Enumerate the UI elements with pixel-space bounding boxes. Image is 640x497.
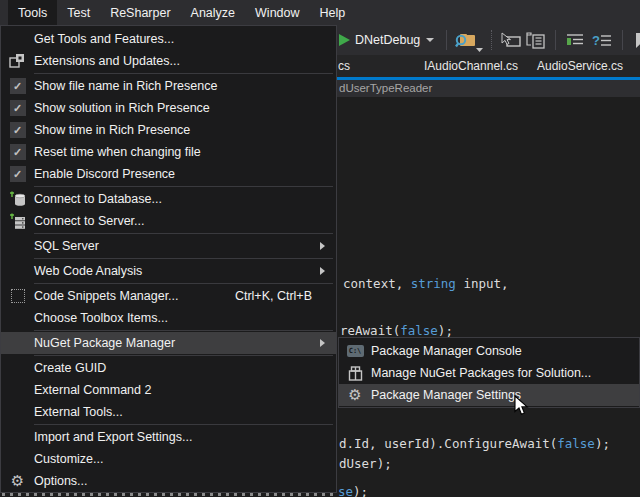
indent-lines-icon[interactable]: [562, 28, 588, 52]
submenu-arrow-icon: [320, 267, 325, 275]
toolbar-separator: [491, 30, 493, 50]
menu-item-show-time-rich-presence[interactable]: ✓ Show time in Rich Presence: [1, 119, 336, 141]
menu-item-enable-discord-presence[interactable]: ✓ Enable Discord Presence: [1, 163, 336, 185]
menubar-item-window[interactable]: Window: [245, 0, 309, 25]
toolbar-separator: [555, 30, 556, 50]
menu-item-connect-to-database[interactable]: Connect to Database...: [1, 188, 336, 210]
extensions-icon: [1, 53, 34, 69]
menu-item-import-export-settings[interactable]: Import and Export Settings...: [1, 426, 336, 448]
menu-item-show-file-name-rich-presence[interactable]: ✓ Show file name in Rich Presence: [1, 75, 336, 97]
menubar-item-tools[interactable]: Tools: [8, 0, 57, 25]
menu-item-web-code-analysis[interactable]: Web Code Analysis: [1, 260, 336, 282]
menu-item-manage-nuget-packages-for-solution[interactable]: Manage NuGet Packages for Solution...: [339, 362, 639, 384]
check-icon: ✓: [10, 100, 26, 116]
check-icon: ✓: [10, 144, 26, 160]
menu-item-sql-server[interactable]: SQL Server: [1, 235, 336, 257]
menu-item-external-command-2[interactable]: External Command 2: [1, 379, 336, 401]
menubar-item-help[interactable]: Help: [310, 0, 356, 25]
menu-item-nuget-package-manager[interactable]: NuGet Package Manager: [1, 332, 336, 354]
menu-item-package-manager-console[interactable]: C:\ Package Manager Console: [339, 340, 639, 362]
console-icon: C:\: [339, 345, 371, 357]
tab-partial[interactable]: cs: [338, 59, 350, 73]
toolbar-separator: [446, 30, 447, 50]
submenu-arrow-icon: [320, 339, 325, 347]
code-line: reAwait(false);: [340, 324, 453, 338]
gear-icon: ⚙: [348, 387, 361, 403]
code-line: context, string input,: [343, 277, 509, 291]
clipped-code-line-tops: [2, 493, 336, 496]
svg-text:?: ?: [592, 33, 600, 48]
run-config-dropdown-icon[interactable]: [426, 38, 434, 42]
code-line: se);: [338, 485, 368, 497]
nuget-package-manager-submenu: C:\ Package Manager Console Manage NuGet…: [338, 337, 640, 408]
menu-item-connect-to-server[interactable]: Connect to Server...: [1, 210, 336, 232]
main-menubar: Tools Test ReSharper Analyze Window Help: [0, 0, 640, 25]
menubar-item-analyze[interactable]: Analyze: [181, 0, 245, 25]
menubar-item-test[interactable]: Test: [57, 0, 100, 25]
menu-item-create-guid[interactable]: Create GUID: [1, 357, 336, 379]
menu-item-reset-time-when-changing-file[interactable]: ✓ Reset time when changing file: [1, 141, 336, 163]
copy-lines-icon[interactable]: [523, 28, 549, 52]
shortcut-label: Ctrl+K, Ctrl+B: [235, 289, 320, 303]
database-connect-icon: [1, 191, 34, 208]
menu-item-options[interactable]: ⚙ Options...: [1, 470, 336, 492]
run-icon[interactable]: [338, 28, 351, 52]
run-configuration-label[interactable]: DNetDebug: [355, 33, 420, 47]
find-in-files-icon[interactable]: [453, 28, 479, 52]
menu-item-code-snippets-manager[interactable]: Code Snippets Manager... Ctrl+K, Ctrl+B: [1, 285, 336, 307]
tab-iaudiochannel[interactable]: IAudioChannel.cs: [424, 59, 518, 73]
menu-item-customize[interactable]: Customize...: [1, 448, 336, 470]
comment-help-icon[interactable]: ?: [588, 28, 616, 52]
menubar-item-resharper[interactable]: ReSharper: [100, 0, 180, 25]
menu-item-get-tools-and-features[interactable]: Get Tools and Features...: [1, 28, 336, 50]
mouse-pointer: [514, 395, 529, 421]
navigate-backward-icon[interactable]: [499, 28, 523, 52]
menu-item-external-tools[interactable]: External Tools...: [1, 401, 336, 423]
package-icon: [339, 366, 371, 381]
server-connect-icon: [1, 213, 34, 230]
menu-item-show-solution-rich-presence[interactable]: ✓ Show solution in Rich Presence: [1, 97, 336, 119]
menu-item-extensions-and-updates[interactable]: Extensions and Updates...: [1, 50, 336, 72]
menu-item-choose-toolbox-items[interactable]: Choose Toolbox Items...: [1, 307, 336, 329]
submenu-arrow-icon: [320, 242, 325, 250]
tools-menu: Get Tools and Features... Extensions and…: [0, 25, 337, 493]
breadcrumb-type-name[interactable]: dUserTypeReader: [339, 82, 432, 94]
gear-icon: ⚙: [11, 473, 24, 489]
tab-audioservice[interactable]: AudioService.cs: [537, 59, 623, 73]
code-line: dUser);: [339, 457, 392, 471]
menu-item-package-manager-settings[interactable]: ⚙ Package Manager Settings: [339, 384, 639, 406]
toolbar-separator: [622, 30, 623, 50]
check-icon: ✓: [10, 122, 26, 138]
check-icon: ✓: [10, 78, 26, 94]
check-icon: ✓: [10, 166, 26, 182]
bookmark-icon[interactable]: [629, 28, 640, 52]
code-snippets-icon: [1, 289, 34, 303]
code-line: d.Id, userId).ConfigureAwait(false);: [339, 437, 610, 451]
